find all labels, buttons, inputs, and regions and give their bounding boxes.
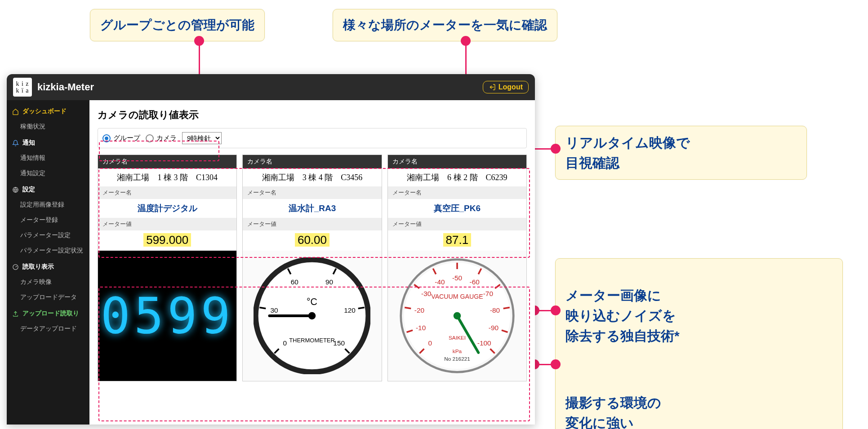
svg-text:No 216221: No 216221 — [444, 356, 470, 362]
svg-line-14 — [358, 308, 365, 309]
card-meter-image: 0599 — [98, 251, 236, 381]
sidebar-head-dashboard[interactable]: ダッシュボード — [7, 103, 89, 119]
svg-text:-30: -30 — [421, 290, 431, 297]
card-meter-value: 60.00 — [243, 230, 381, 251]
annotation-multi-location: 様々な場所のメーターを一気に確認 — [333, 9, 557, 41]
sidebar-item-upload-data[interactable]: アップロードデータ — [7, 290, 89, 305]
main-content: カメラの読取り値表示 グループ カメラ 9時検針 カメラ名 湘南工場 1 棟 3… — [89, 100, 535, 425]
annotation-dot — [551, 305, 561, 315]
svg-text:-50: -50 — [452, 274, 462, 282]
annotation-noise-removal-text: メーター画像に 映り込むノイズを 除去する独自技術* — [565, 285, 832, 346]
card-meter-value: 599.000 — [98, 230, 236, 251]
app-title: kizkia-Meter — [37, 81, 94, 93]
sidebar-item-camera-video[interactable]: カメラ映像 — [7, 274, 89, 290]
filter-camera-label: カメラ — [156, 134, 177, 142]
sidebar: ダッシュボード 稼働状況 通知 通知情報 通知設定 — [7, 100, 89, 425]
sidebar-item-meter-register[interactable]: メーター登録 — [7, 212, 89, 228]
lcd-image: 0599 — [98, 251, 236, 381]
card-location: 湘南工場 3 棟 4 階 C3456 — [243, 168, 381, 186]
annotation-realtime: リアルタイム映像で 目視確認 — [555, 126, 807, 180]
sidebar-item-notify-settings[interactable]: 通知設定 — [7, 166, 89, 181]
app-header: k i z k ï a kizkia-Meter Logout — [7, 74, 535, 100]
sidebar-item-image-register[interactable]: 設定用画像登録 — [7, 197, 89, 212]
card-location: 湘南工場 1 棟 3 階 C1304 — [98, 168, 236, 186]
sidebar-section-upload: アップロード読取り データアップロード — [7, 305, 89, 336]
home-icon — [12, 108, 19, 115]
svg-line-28 — [405, 308, 411, 309]
svg-text:90: 90 — [326, 278, 334, 286]
sidebar-head-label: アップロード読取り — [22, 310, 79, 318]
filter-bar: グループ カメラ 9時検針 — [98, 128, 527, 148]
svg-point-21 — [308, 312, 316, 320]
card-location: 湘南工場 6 棟 2 階 C6239 — [388, 168, 526, 186]
annotation-group-management: グループごとの管理が可能 — [90, 9, 265, 41]
filter-group-label: グループ — [113, 134, 140, 142]
svg-text:120: 120 — [344, 306, 356, 314]
gauge-image: 0306090120150 °C THERMOMETER — [254, 257, 370, 374]
annotation-dot — [551, 359, 561, 369]
svg-text:°C: °C — [307, 296, 318, 307]
globe-icon — [12, 186, 19, 193]
svg-point-51 — [454, 312, 461, 320]
card-header-meter-name: メーター名 — [388, 186, 526, 199]
sidebar-section-dashboard: ダッシュボード 稼働状況 — [7, 103, 89, 134]
meter-card: カメラ名 湘南工場 6 棟 2 階 C6239 メーター名 真空圧_PK6 メー… — [387, 155, 527, 381]
meter-card: カメラ名 湘南工場 3 棟 4 階 C3456 メーター名 温水計_RA3 メー… — [242, 155, 382, 381]
svg-text:SAIKEI: SAIKEI — [449, 335, 466, 341]
card-header-meter-value: メーター値 — [98, 218, 236, 230]
sidebar-head-upload[interactable]: アップロード読取り — [7, 305, 89, 321]
filter-select[interactable]: 9時検針 — [182, 132, 222, 144]
meter-card: カメラ名 湘南工場 1 棟 3 階 C1304 メーター名 温度計デジタル メー… — [98, 155, 237, 381]
card-meter-name[interactable]: 真空圧_PK6 — [388, 199, 526, 218]
brand: k i z k ï a kizkia-Meter — [13, 78, 94, 97]
sidebar-head-notify[interactable]: 通知 — [7, 134, 89, 150]
page-title: カメラの読取り値表示 — [98, 108, 527, 122]
sidebar-item-param-settings[interactable]: パラメーター設定 — [7, 228, 89, 243]
logout-label: Logout — [499, 83, 523, 91]
sidebar-head-settings[interactable]: 設定 — [7, 181, 89, 197]
card-header-camera: カメラ名 — [243, 155, 381, 168]
sidebar-item-data-upload[interactable]: データアップロード — [7, 321, 89, 336]
svg-text:-100: -100 — [477, 339, 491, 347]
card-meter-name[interactable]: 温水計_RA3 — [243, 199, 381, 218]
annotation-dot — [461, 36, 471, 46]
meter-cards: カメラ名 湘南工場 1 棟 3 階 C1304 メーター名 温度計デジタル メー… — [98, 155, 527, 381]
card-header-meter-name: メーター名 — [98, 186, 236, 199]
card-meter-value: 87.1 — [388, 230, 526, 251]
svg-line-8 — [260, 308, 266, 309]
bell-icon — [12, 140, 19, 146]
sidebar-item-notify-info[interactable]: 通知情報 — [7, 150, 89, 166]
sidebar-section-notify: 通知 通知情報 通知設定 — [7, 134, 89, 181]
sidebar-head-label: ダッシュボード — [22, 107, 67, 115]
card-meter-name[interactable]: 温度計デジタル — [98, 199, 236, 218]
svg-text:THERMOMETER: THERMOMETER — [289, 337, 335, 344]
app-window: k i z k ï a kizkia-Meter Logout ダッシュボード — [7, 74, 535, 425]
sidebar-item-status[interactable]: 稼働状況 — [7, 119, 89, 134]
svg-text:30: 30 — [271, 306, 278, 314]
sidebar-section-settings: 設定 設定用画像登録 メーター登録 パラメーター設定 パラメーター設定状況 — [7, 181, 89, 258]
annotation-robust-reading-text: 撮影する環境の 変化に強い 読み取りが可能 — [565, 393, 832, 429]
radio-group[interactable] — [102, 134, 111, 142]
svg-line-40 — [503, 308, 510, 309]
annotation-dot — [551, 144, 561, 154]
svg-text:-40: -40 — [435, 278, 445, 286]
svg-text:-80: -80 — [490, 306, 500, 314]
upload-icon — [12, 310, 19, 317]
sidebar-head-reading[interactable]: 読取り表示 — [7, 258, 89, 274]
logout-button[interactable]: Logout — [483, 81, 529, 93]
svg-text:VACUUM GAUGE: VACUUM GAUGE — [431, 293, 483, 300]
sidebar-item-param-status[interactable]: パラメーター設定状況 — [7, 243, 89, 258]
card-header-meter-value: メーター値 — [243, 218, 381, 230]
filter-radio-camera[interactable]: カメラ — [146, 134, 177, 142]
card-meter-image: 0-10-20-30-40-50-60-70-80-90-100 VACUUM … — [388, 251, 526, 381]
app-logo-icon: k i z k ï a — [13, 78, 32, 97]
svg-text:-90: -90 — [489, 324, 499, 332]
logout-icon — [489, 84, 496, 91]
svg-text:0: 0 — [428, 339, 432, 347]
sidebar-head-label: 通知 — [22, 139, 35, 147]
card-header-meter-name: メーター名 — [243, 186, 381, 199]
sidebar-head-label: 設定 — [22, 186, 35, 194]
radio-camera[interactable] — [146, 134, 154, 142]
svg-text:60: 60 — [291, 278, 298, 286]
filter-radio-group[interactable]: グループ — [102, 134, 140, 142]
